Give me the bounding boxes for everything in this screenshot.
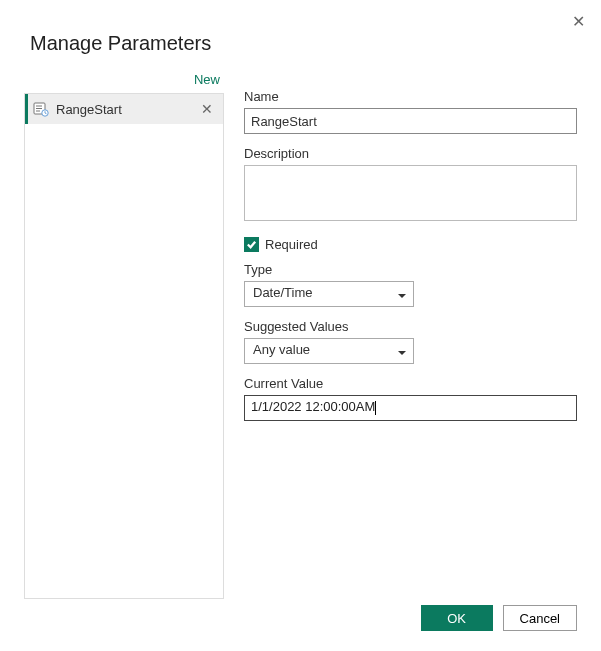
name-input[interactable] (244, 108, 577, 134)
parameter-form: Name Description Required Type Date/Time… (244, 69, 577, 599)
new-parameter-link[interactable]: New (24, 69, 224, 93)
required-row: Required (244, 237, 577, 252)
description-input[interactable] (244, 165, 577, 221)
suggested-values-select[interactable]: Any value (244, 338, 414, 364)
delete-parameter-icon[interactable]: ✕ (197, 102, 217, 116)
current-value-label: Current Value (244, 376, 577, 391)
type-select[interactable]: Date/Time (244, 281, 414, 307)
name-label: Name (244, 89, 577, 104)
svg-line-6 (45, 113, 47, 114)
required-label: Required (265, 237, 318, 252)
ok-button[interactable]: OK (421, 605, 493, 631)
dialog-body: New RangeStart (24, 69, 577, 599)
type-select-wrap: Date/Time (244, 281, 414, 307)
suggested-values-label: Suggested Values (244, 319, 577, 334)
type-label: Type (244, 262, 577, 277)
description-label: Description (244, 146, 577, 161)
parameter-item-rangestart[interactable]: RangeStart ✕ (25, 94, 223, 124)
manage-parameters-dialog: ✕ Manage Parameters New (0, 0, 601, 651)
parameter-item-label: RangeStart (56, 102, 191, 117)
close-icon[interactable]: ✕ (572, 14, 585, 30)
parameter-list: RangeStart ✕ (24, 93, 224, 599)
current-value-input[interactable]: 1/1/2022 12:00:00AM (244, 395, 577, 421)
required-checkbox[interactable] (244, 237, 259, 252)
dialog-footer: OK Cancel (421, 605, 577, 631)
sidebar: New RangeStart (24, 69, 224, 599)
cancel-button[interactable]: Cancel (503, 605, 577, 631)
current-value-text: 1/1/2022 12:00:00AM (251, 399, 375, 414)
suggested-values-select-wrap: Any value (244, 338, 414, 364)
dialog-title: Manage Parameters (30, 32, 577, 55)
parameter-icon (32, 100, 50, 118)
